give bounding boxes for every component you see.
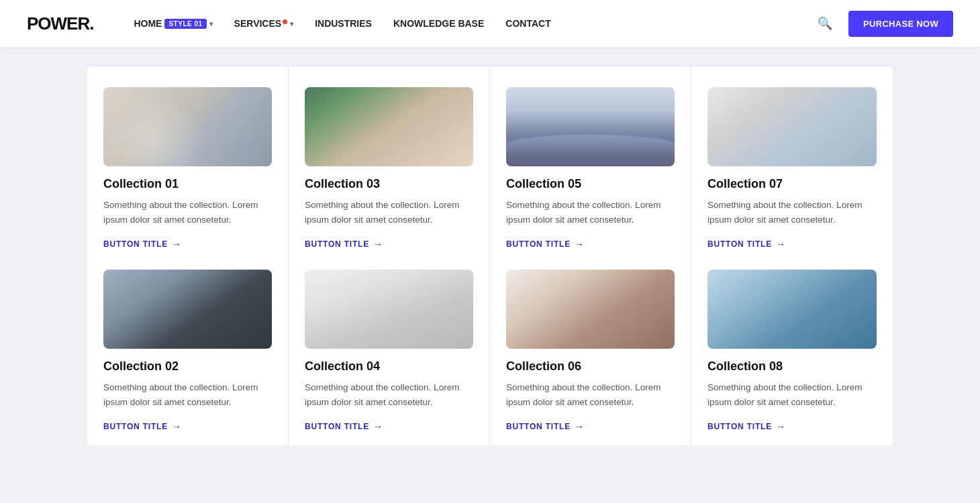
card-desc-07: Something about the collection. Lorem ip… xyxy=(707,198,877,227)
collection-card-06: Collection 06 Something about the collec… xyxy=(506,270,675,432)
arrow-right-icon: → xyxy=(575,239,585,249)
nav-actions: 🔍 PURCHASE NOW xyxy=(812,11,953,37)
purchase-now-button[interactable]: PURCHASE NOW xyxy=(848,11,953,37)
chevron-down-icon: ▾ xyxy=(209,20,213,27)
collection-card-05: Collection 05 Something about the collec… xyxy=(506,87,675,249)
card-button-01[interactable]: BUTTON TITLE → xyxy=(103,239,182,249)
collection-card-01: Collection 01 Something about the collec… xyxy=(103,87,272,249)
chevron-down-icon: ▾ xyxy=(290,20,293,27)
card-desc-06: Something about the collection. Lorem ip… xyxy=(506,380,675,409)
card-title-02: Collection 02 xyxy=(103,359,272,374)
card-desc-01: Something about the collection. Lorem ip… xyxy=(103,198,272,227)
card-image-06 xyxy=(506,270,675,349)
card-image-04 xyxy=(305,270,473,349)
arrow-right-icon: → xyxy=(172,421,182,432)
card-desc-08: Something about the collection. Lorem ip… xyxy=(707,380,877,409)
card-image-07 xyxy=(707,87,877,166)
arrow-right-icon: → xyxy=(776,239,786,249)
collection-card-07: Collection 07 Something about the collec… xyxy=(707,87,877,249)
nav-industries[interactable]: INDUSTRIES xyxy=(315,18,372,29)
collection-column-2: Collection 03 Something about the collec… xyxy=(289,67,490,445)
collection-card-03: Collection 03 Something about the collec… xyxy=(305,87,473,249)
collections-grid: Collection 01 Something about the collec… xyxy=(87,67,893,445)
card-title-03: Collection 03 xyxy=(305,177,473,191)
card-desc-02: Something about the collection. Lorem ip… xyxy=(103,380,272,409)
main-content: Collection 01 Something about the collec… xyxy=(0,47,980,465)
nav-links: HOME STYLE 01 ▾ SERVICES ▾ INDUSTRIES KN… xyxy=(134,18,812,29)
collection-card-04: Collection 04 Something about the collec… xyxy=(305,270,473,432)
card-button-08[interactable]: BUTTON TITLE → xyxy=(707,421,786,432)
card-button-05[interactable]: BUTTON TITLE → xyxy=(506,239,585,249)
card-title-06: Collection 06 xyxy=(506,359,675,374)
collection-column-4: Collection 07 Something about the collec… xyxy=(691,67,893,445)
card-image-02 xyxy=(103,270,272,349)
arrow-right-icon: → xyxy=(373,239,383,249)
collection-card-08: Collection 08 Something about the collec… xyxy=(707,270,877,432)
collection-column-1: Collection 01 Something about the collec… xyxy=(87,67,289,445)
notification-dot xyxy=(283,19,287,24)
search-button[interactable]: 🔍 xyxy=(812,13,838,34)
card-title-04: Collection 04 xyxy=(305,359,473,374)
style-badge: STYLE 01 xyxy=(164,19,206,29)
card-image-05 xyxy=(506,87,675,166)
card-title-08: Collection 08 xyxy=(707,359,877,374)
nav-services[interactable]: SERVICES ▾ xyxy=(234,18,294,29)
collection-column-3: Collection 05 Something about the collec… xyxy=(490,67,691,445)
arrow-right-icon: → xyxy=(575,421,585,432)
card-desc-04: Something about the collection. Lorem ip… xyxy=(305,380,473,409)
site-logo[interactable]: POWER. xyxy=(27,13,93,34)
card-button-02[interactable]: BUTTON TITLE → xyxy=(103,421,182,432)
card-button-07[interactable]: BUTTON TITLE → xyxy=(707,239,786,249)
arrow-right-icon: → xyxy=(172,239,182,249)
card-title-01: Collection 01 xyxy=(103,177,272,191)
nav-home[interactable]: HOME STYLE 01 ▾ xyxy=(134,18,212,29)
search-icon: 🔍 xyxy=(818,17,832,30)
nav-knowledge-base[interactable]: KNOWLEDGE BASE xyxy=(393,18,484,29)
card-desc-03: Something about the collection. Lorem ip… xyxy=(305,198,473,227)
card-desc-05: Something about the collection. Lorem ip… xyxy=(506,198,675,227)
navbar: POWER. HOME STYLE 01 ▾ SERVICES ▾ INDUST… xyxy=(0,0,980,47)
card-image-03 xyxy=(305,87,473,166)
arrow-right-icon: → xyxy=(776,421,786,432)
card-image-08 xyxy=(707,270,877,349)
card-button-06[interactable]: BUTTON TITLE → xyxy=(506,421,585,432)
nav-contact[interactable]: CONTACT xyxy=(505,18,550,29)
collection-card-02: Collection 02 Something about the collec… xyxy=(103,270,272,432)
arrow-right-icon: → xyxy=(373,421,383,432)
card-title-05: Collection 05 xyxy=(506,177,675,191)
card-button-03[interactable]: BUTTON TITLE → xyxy=(305,239,383,249)
card-button-04[interactable]: BUTTON TITLE → xyxy=(305,421,383,432)
card-title-07: Collection 07 xyxy=(707,177,877,191)
card-image-01 xyxy=(103,87,272,166)
